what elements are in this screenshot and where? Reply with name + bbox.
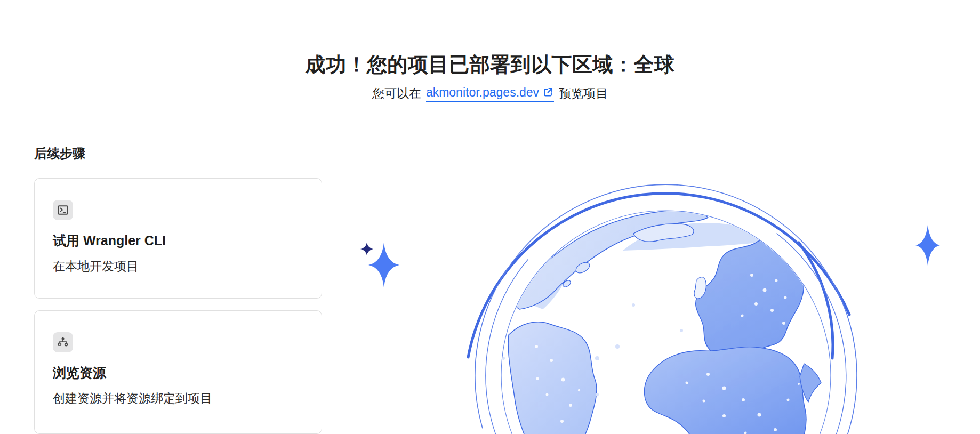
header: 成功！您的项目已部署到以下区域：全球 您可以在 akmonitor.pages.… (0, 53, 980, 102)
subtitle-prefix: 您可以在 (372, 85, 421, 102)
next-steps-heading: 后续步骤 (34, 145, 322, 162)
card-wrangler-cli[interactable]: 试用 Wrangler CLI 在本地开发项目 (34, 178, 322, 299)
card-description: 创建资源并将资源绑定到项目 (53, 390, 303, 407)
sparkle-right-icon (915, 225, 940, 266)
sparkle-left-large-icon (368, 243, 399, 287)
external-link-icon[interactable] (542, 86, 554, 98)
globe-illustration (457, 171, 878, 434)
card-title: 浏览资源 (53, 364, 303, 382)
subtitle: 您可以在 akmonitor.pages.dev 预览项目 (0, 85, 980, 102)
page-title: 成功！您的项目已部署到以下区域：全球 (0, 53, 980, 77)
sitemap-icon (53, 332, 73, 352)
card-title: 试用 Wrangler CLI (53, 232, 303, 250)
sparkle-left-small-icon (360, 243, 373, 255)
next-steps-section: 后续步骤 试用 Wrangler CLI 在本地开发项目 (34, 145, 322, 434)
preview-link-label[interactable]: akmonitor.pages.dev (426, 85, 539, 100)
card-description: 在本地开发项目 (53, 258, 303, 275)
subtitle-suffix: 预览项目 (559, 85, 608, 102)
card-browse-resources[interactable]: 浏览资源 创建资源并将资源绑定到项目 (34, 310, 322, 434)
project-preview-link[interactable]: akmonitor.pages.dev (426, 85, 554, 102)
pages-deploy-success-page: 成功！您的项目已部署到以下区域：全球 您可以在 akmonitor.pages.… (0, 0, 980, 434)
terminal-icon (53, 200, 73, 220)
